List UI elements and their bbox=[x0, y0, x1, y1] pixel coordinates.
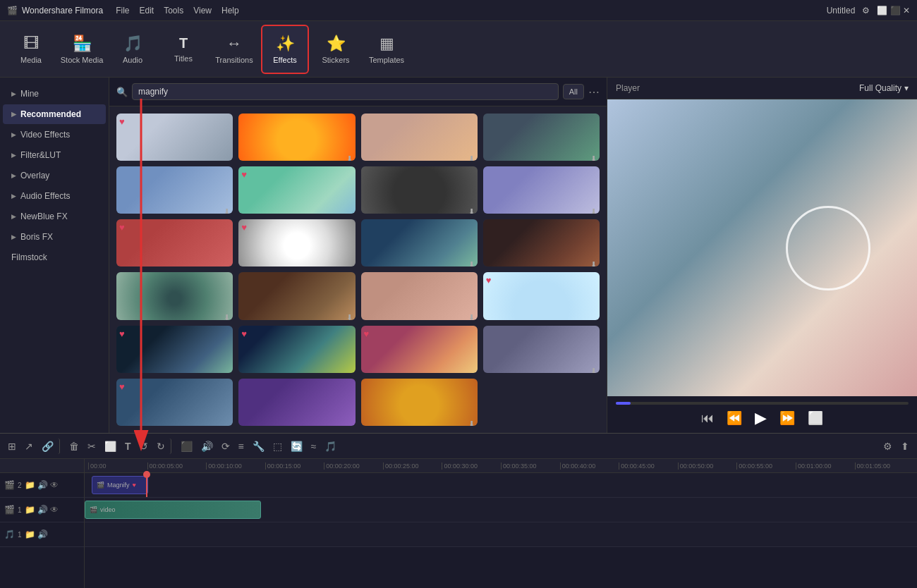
effect-card-rowclose[interactable]: ♥Row Close bbox=[116, 219, 233, 267]
v1-folder-icon[interactable]: 📁 bbox=[25, 505, 35, 515]
toolbar-media[interactable]: 🎞 Media bbox=[7, 25, 55, 74]
v2-audio-icon[interactable]: 🔊 bbox=[37, 480, 48, 490]
project-settings-icon[interactable]: ⚙ bbox=[862, 6, 870, 16]
effect-card-abstractdyn[interactable]: ♥Abstract Dynamic Ove... bbox=[238, 326, 355, 373]
tl-cut-button[interactable]: ✂ bbox=[85, 439, 98, 454]
effect-card-scale1[interactable]: ⬇Scale bbox=[238, 114, 355, 161]
effect-clip-magnify[interactable]: 🎬 Magnify ♥ bbox=[92, 476, 148, 494]
effect-thumb-rowclose: ♥ bbox=[116, 219, 233, 267]
effect-card-equalize[interactable]: ⬇Equalize bbox=[483, 219, 600, 267]
v1-eye-icon[interactable]: 👁 bbox=[50, 505, 59, 515]
v2-folder-icon[interactable]: 📁 bbox=[25, 480, 35, 490]
effect-card-lighteffect[interactable]: ⬇Light Effect 06 bbox=[483, 326, 600, 373]
sidebar-item-recommended[interactable]: ▶ Recommended bbox=[3, 104, 106, 124]
titles-icon: T bbox=[179, 35, 188, 51]
tl-delete-button[interactable]: 🗑 bbox=[67, 439, 81, 454]
toolbar-audio[interactable]: 🎵 Audio bbox=[109, 25, 157, 74]
filter-all-button[interactable]: All bbox=[563, 84, 584, 99]
sidebar-item-newblue-fx[interactable]: ▶ NewBlue FX bbox=[3, 207, 106, 226]
tl-snap-button[interactable]: ↗ bbox=[23, 439, 35, 454]
effect-card-scale2[interactable]: ⬇Scale bbox=[361, 114, 478, 161]
tl-crop-button[interactable]: ⬜ bbox=[102, 439, 119, 454]
tl-text-button[interactable]: T bbox=[123, 439, 133, 454]
tl-keyframe-button[interactable]: ≡ bbox=[236, 439, 246, 454]
a1-audio-icon[interactable]: 🔊 bbox=[37, 529, 48, 539]
tl-color-button[interactable]: ⟳ bbox=[219, 439, 232, 454]
tl-settings-button[interactable]: ⚙ bbox=[881, 439, 894, 454]
effect-card-bigroom[interactable]: ⬇Big Room bbox=[116, 272, 233, 319]
toolbar-templates[interactable]: ▦ Templates bbox=[363, 25, 411, 74]
menu-tools[interactable]: Tools bbox=[164, 6, 183, 16]
effect-card-magnify[interactable]: ♥Magnify bbox=[116, 114, 233, 161]
toolbar-stock-media[interactable]: 🏪 Stock Media bbox=[58, 25, 106, 74]
effect-card-travelmag[interactable]: ⬇Travel Magazine Overl... bbox=[238, 272, 355, 319]
sidebar-item-overlay[interactable]: ▶ Overlay bbox=[3, 166, 106, 185]
tl-undo-button[interactable]: ↺ bbox=[138, 439, 150, 454]
tl-stabilize-button[interactable]: ≈ bbox=[309, 439, 319, 454]
effect-card-aihightech[interactable]: ♥AI High Tech Pack Ove... bbox=[116, 326, 233, 373]
more-options-icon[interactable]: ⋯ bbox=[588, 85, 600, 99]
sidebar-item-boris-fx[interactable]: ▶ Boris FX bbox=[3, 227, 106, 247]
track-label-v2: 🎬 2 📁 🔊 👁 bbox=[0, 473, 84, 498]
playhead[interactable] bbox=[146, 473, 147, 497]
sidebar-item-filter-lut[interactable]: ▶ Filter&LUT bbox=[3, 145, 106, 165]
effect-card-extra2[interactable]: ... bbox=[238, 379, 355, 426]
effect-card-digitalslide[interactable]: ⬇Digital Slideshow Over... bbox=[361, 166, 478, 214]
player-label: Player bbox=[616, 83, 640, 93]
search-input[interactable] bbox=[132, 83, 559, 100]
ruler-mark: 00:00:55:00 bbox=[736, 463, 796, 470]
sidebar-item-mine[interactable]: ▶ Mine bbox=[3, 84, 106, 104]
menu-view[interactable]: View bbox=[193, 6, 212, 16]
effect-card-japanesespeed[interactable]: ♥Japanese Speedline Pa... bbox=[361, 326, 478, 373]
menu-file[interactable]: File bbox=[116, 6, 129, 16]
tl-transform-button[interactable]: ⬚ bbox=[271, 439, 284, 454]
video-clip[interactable]: 🎬 video bbox=[85, 501, 261, 519]
sidebar-item-filmstock[interactable]: Filmstock bbox=[3, 247, 106, 267]
preview-progress-bar[interactable] bbox=[616, 402, 909, 405]
skip-back-button[interactable]: ⏮ bbox=[701, 411, 714, 426]
v1-audio-icon[interactable]: 🔊 bbox=[37, 505, 48, 515]
fast-forward-button[interactable]: ⏩ bbox=[779, 410, 795, 426]
track-a1-content[interactable] bbox=[85, 522, 917, 547]
effect-card-edgescale[interactable]: ⬇Edge Scale bbox=[483, 166, 600, 214]
toolbar-transitions[interactable]: ↔ Transitions bbox=[210, 25, 258, 74]
effect-card-enlarge[interactable]: ⬇Enlarge bbox=[116, 166, 233, 214]
app-icon: 🎬 bbox=[7, 6, 18, 16]
track-v1-content[interactable]: 🎬 video bbox=[85, 498, 917, 522]
effect-card-extra3[interactable]: ⬇... bbox=[361, 379, 478, 426]
tl-speed-button[interactable]: 🔊 bbox=[199, 439, 215, 454]
fullscreen-button[interactable]: ⬜ bbox=[808, 410, 823, 426]
effect-card-chromatic[interactable]: ♥Chromatic Zoom bbox=[238, 166, 355, 214]
rewind-button[interactable]: ⏪ bbox=[727, 410, 742, 426]
sidebar-item-audio-effects[interactable]: ▶ Audio Effects bbox=[3, 186, 106, 206]
tl-zoom-out-button[interactable]: ⬆ bbox=[899, 439, 911, 454]
sidebar-item-video-effects[interactable]: ▶ Video Effects bbox=[3, 125, 106, 145]
effect-thumb-extra3: ⬇ bbox=[361, 379, 478, 426]
menu-help[interactable]: Help bbox=[221, 6, 239, 16]
play-button[interactable]: ▶ bbox=[755, 409, 767, 427]
effect-card-autoenhance[interactable]: ⬇Auto Enhance bbox=[361, 219, 478, 267]
a1-folder-icon[interactable]: 📁 bbox=[25, 529, 35, 539]
toolbar-effects[interactable]: ✨ Effects bbox=[261, 25, 309, 74]
tl-grid-button[interactable]: ⊞ bbox=[6, 439, 18, 454]
tl-redo-button[interactable]: ↻ bbox=[154, 439, 171, 454]
quality-select[interactable]: Full Quality ▾ bbox=[859, 83, 909, 93]
toolbar-stickers[interactable]: ⭐ Stickers bbox=[312, 25, 360, 74]
tl-link-button[interactable]: 🔗 bbox=[40, 439, 60, 454]
tl-clip-button[interactable]: ⬛ bbox=[178, 439, 195, 454]
timeline-tracks[interactable]: 00:00 00:00:05:00 00:00:10:00 00:00:15:0… bbox=[85, 459, 917, 588]
tl-audio-button[interactable]: 🎵 bbox=[322, 439, 339, 454]
toolbar-titles[interactable]: T Titles bbox=[159, 25, 207, 74]
tl-effect-button[interactable]: 🔧 bbox=[250, 439, 267, 454]
sidebar-filmstock-label: Filmstock bbox=[11, 252, 47, 262]
tl-audio-duck-button[interactable]: 🔄 bbox=[289, 439, 305, 454]
effect-card-beautify[interactable]: ⬇Beautify bbox=[361, 272, 478, 319]
effect-card-comicspeed[interactable]: ♥Comic Speedlines Pac... bbox=[238, 219, 355, 267]
menu-edit[interactable]: Edit bbox=[140, 6, 154, 16]
track-v2-content[interactable]: 🎬 Magnify ♥ bbox=[85, 473, 917, 498]
effect-card-extra1[interactable]: ♥... bbox=[116, 379, 233, 426]
v2-eye-icon[interactable]: 👁 bbox=[50, 480, 59, 490]
effect-card-heartclose[interactable]: ♥Heart Close bbox=[483, 272, 600, 319]
app-title: 🎬 Wondershare Filmora bbox=[7, 6, 103, 16]
effect-card-audiozoom[interactable]: ⬇Audio-Driven Zoom bbox=[483, 114, 600, 161]
